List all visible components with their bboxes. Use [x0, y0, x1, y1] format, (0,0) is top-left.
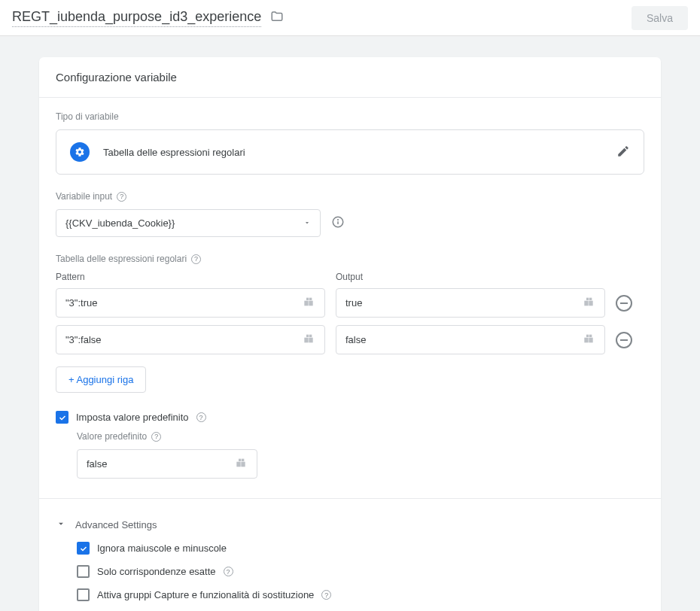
regex-table-label: Tabella delle espressioni regolari ?	[56, 254, 644, 264]
svg-rect-19	[236, 462, 240, 467]
divider	[39, 498, 661, 499]
default-value-label: Valore predefinito ?	[77, 431, 644, 442]
card-title: Configurazione variabile	[39, 57, 661, 98]
table-row: "3":true true	[56, 288, 644, 318]
variable-type-name: Tabella delle espressioni regolari	[103, 147, 603, 158]
variable-type-label: Tipo di variabile	[56, 111, 644, 122]
top-bar: REGT_iubenda_purpose_id3_experience Salv…	[0, 0, 700, 36]
svg-rect-4	[309, 301, 312, 306]
variable-type-selector[interactable]: Tabella delle espressioni regolari	[56, 129, 644, 175]
set-default-checkbox[interactable]	[56, 411, 68, 424]
svg-point-2	[338, 220, 339, 220]
help-icon[interactable]: ?	[224, 567, 233, 576]
chevron-down-icon	[303, 217, 311, 229]
input-variable-select[interactable]: {{CKV_iubenda_Cookie}}	[56, 209, 321, 237]
exact-match-checkbox[interactable]	[77, 565, 90, 578]
variable-picker-icon[interactable]	[303, 333, 315, 346]
variable-picker-icon[interactable]	[583, 333, 595, 346]
svg-rect-15	[584, 338, 588, 343]
pattern-input[interactable]: "3":true	[56, 288, 325, 318]
svg-rect-16	[589, 338, 592, 343]
set-default-checkbox-row: Imposta valore predefinito ?	[56, 411, 644, 424]
variable-picker-icon[interactable]	[236, 457, 248, 470]
output-header: Output	[336, 272, 605, 282]
help-icon[interactable]: ?	[321, 590, 331, 600]
capture-groups-checkbox[interactable]	[77, 588, 90, 601]
info-icon[interactable]	[331, 215, 345, 231]
advanced-settings-label: Advanced Settings	[75, 519, 157, 530]
set-default-label: Imposta valore predefinito	[76, 412, 189, 423]
save-button[interactable]: Salva	[632, 6, 688, 30]
svg-rect-20	[241, 462, 245, 467]
help-icon[interactable]: ?	[191, 254, 201, 264]
variable-picker-icon[interactable]	[303, 296, 315, 309]
svg-rect-10	[589, 298, 592, 300]
default-value-input[interactable]: false	[77, 449, 257, 479]
ignore-case-label: Ignora maiuscole e minuscole	[97, 543, 227, 554]
table-column-headers: Pattern Output	[56, 272, 644, 282]
advanced-settings-toggle[interactable]: Advanced Settings	[56, 518, 644, 531]
ignore-case-checkbox[interactable]	[77, 542, 90, 555]
svg-rect-17	[586, 335, 589, 337]
pencil-icon[interactable]	[616, 144, 630, 160]
svg-rect-18	[589, 335, 592, 337]
page-title[interactable]: REGT_iubenda_purpose_id3_experience	[12, 9, 261, 27]
exact-match-label: Solo corrispondenze esatte	[97, 566, 216, 577]
input-variable-value: {{CKV_iubenda_Cookie}}	[65, 217, 175, 229]
variable-picker-icon[interactable]	[583, 296, 595, 309]
svg-rect-14	[309, 335, 312, 337]
help-icon[interactable]: ?	[151, 432, 161, 442]
gear-icon	[70, 142, 90, 162]
svg-rect-6	[309, 298, 312, 300]
svg-rect-21	[239, 459, 241, 461]
svg-rect-9	[586, 298, 589, 300]
pattern-header: Pattern	[56, 272, 325, 282]
svg-rect-7	[584, 301, 588, 306]
help-icon[interactable]: ?	[196, 412, 206, 422]
input-variable-label: Variabile input ?	[56, 191, 644, 202]
svg-rect-8	[589, 301, 592, 306]
output-input[interactable]: false	[336, 325, 605, 354]
table-row: "3":false false	[56, 325, 644, 354]
svg-rect-11	[304, 338, 308, 343]
pattern-input[interactable]: "3":false	[56, 325, 325, 354]
capture-groups-label: Attiva gruppi Capture e funzionalità di …	[97, 589, 314, 600]
config-card: Configurazione variabile Tipo di variabi…	[39, 57, 661, 611]
folder-icon[interactable]	[270, 10, 284, 26]
svg-rect-3	[304, 301, 308, 306]
chevron-down-icon	[56, 518, 66, 531]
add-row-button[interactable]: + Aggiungi riga	[56, 366, 146, 393]
remove-row-button[interactable]	[616, 295, 632, 312]
help-icon[interactable]: ?	[117, 192, 126, 202]
svg-rect-5	[306, 298, 309, 300]
svg-rect-13	[306, 335, 309, 337]
svg-rect-12	[309, 338, 312, 343]
remove-row-button[interactable]	[616, 332, 632, 348]
output-input[interactable]: true	[336, 288, 605, 318]
svg-rect-22	[242, 459, 244, 461]
